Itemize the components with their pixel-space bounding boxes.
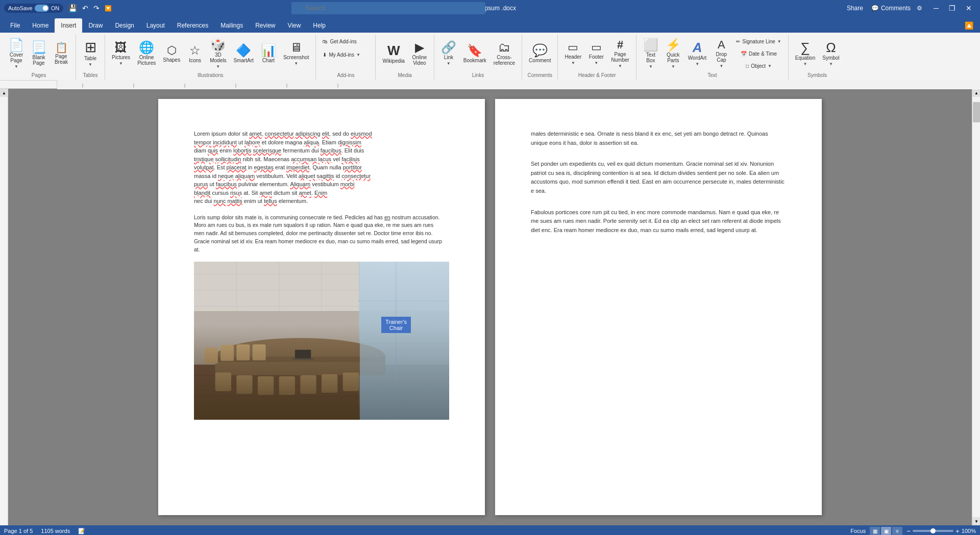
- chart-button[interactable]: 📊 Chart: [258, 36, 279, 71]
- word-scelerisque: scelerisque: [253, 147, 282, 154]
- redo-button[interactable]: ↷: [91, 3, 102, 13]
- proofing-icon: 📝: [78, 528, 85, 534]
- table-button[interactable]: ⊞ Table ▼: [80, 36, 101, 71]
- text-box-button[interactable]: ⬜ TextBox ▼: [641, 36, 661, 71]
- zoom-out-button[interactable]: −: [906, 527, 911, 535]
- undo-button[interactable]: ↶: [80, 3, 90, 13]
- minimize-button[interactable]: ─: [929, 1, 943, 15]
- search-input[interactable]: [291, 2, 485, 14]
- word-volutpat: volutpat: [194, 164, 214, 170]
- signature-line-icon: ✏: [736, 39, 740, 44]
- object-arrow: ▼: [768, 64, 772, 68]
- drop-cap-button[interactable]: A DropCap ▼: [711, 36, 731, 71]
- page-break-button[interactable]: 📋 PageBreak: [51, 36, 71, 71]
- scroll-thumb[interactable]: [973, 102, 980, 122]
- quick-parts-button[interactable]: ⚡ QuickParts ▼: [663, 36, 683, 71]
- ruler-left: [0, 81, 57, 88]
- read-mode-button[interactable]: ≡: [892, 527, 902, 535]
- tab-mailings[interactable]: Mailings: [214, 18, 249, 33]
- ribbon-group-header-footer: ▭ Header ▼ ▭ Footer ▼ # PageNumber ▼ Hea…: [558, 35, 636, 80]
- word-aliquet: aliquet: [299, 173, 315, 179]
- close-button[interactable]: ✕: [962, 1, 976, 15]
- svg-rect-38: [258, 376, 274, 395]
- online-video-button[interactable]: ▶ OnlineVideo: [409, 36, 430, 71]
- tab-insert[interactable]: Insert: [55, 18, 82, 33]
- autosave-toggle[interactable]: [35, 5, 49, 12]
- tab-home[interactable]: Home: [26, 18, 55, 33]
- date-time-button[interactable]: 📅 Date & Time: [733, 48, 783, 59]
- comment-icon: 💬: [532, 44, 548, 57]
- screenshot-label: Screenshot: [283, 55, 309, 60]
- smartart-button[interactable]: 🔷 SmartArt: [231, 36, 256, 71]
- get-addins-button[interactable]: 🛍 Get Add-ins: [320, 36, 371, 47]
- equation-arrow: ▼: [803, 62, 807, 66]
- tab-draw[interactable]: Draw: [82, 18, 109, 33]
- symbol-label: Symbol: [822, 55, 839, 61]
- body-text-paragraph: Lorem ipsum dolor sit amet, consectetur …: [194, 130, 449, 206]
- zoom-slider[interactable]: [913, 530, 953, 532]
- signature-line-button[interactable]: ✏ Signature Line ▼: [733, 36, 783, 47]
- scroll-up-btn[interactable]: ▲: [0, 89, 8, 97]
- scroll-down-button[interactable]: ▼: [972, 517, 980, 525]
- title-bar-right: Share 💬 Comments ⚙ ─ ❐ ✕: [841, 1, 976, 15]
- ribbon-group-pages-items: 📄 CoverPage ▼ 📃 BlankPage 📋 PageBreak: [6, 36, 71, 71]
- pictures-button[interactable]: 🖼 Pictures ▼: [109, 36, 133, 71]
- comments-button[interactable]: 💬 Comments: [871, 5, 911, 12]
- header-button[interactable]: ▭ Header ▼: [562, 36, 584, 71]
- svg-rect-37: [236, 375, 252, 394]
- shapes-button[interactable]: ⬡ Shapes: [160, 36, 183, 71]
- svg-rect-17: [194, 365, 449, 420]
- signature-line-label: Signature Line: [742, 39, 775, 44]
- online-pictures-button[interactable]: 🌐 OnlinePictures: [135, 36, 158, 71]
- collapse-ribbon-button[interactable]: 🔼: [962, 18, 976, 33]
- ribbon-group-pages: 📄 CoverPage ▼ 📃 BlankPage 📋 PageBreak Pa…: [2, 35, 76, 80]
- tab-help[interactable]: Help: [307, 18, 332, 33]
- tab-view[interactable]: View: [282, 18, 307, 33]
- equation-button[interactable]: ∑ Equation ▼: [793, 36, 818, 71]
- 3d-models-button[interactable]: 🎲 3DModels ▼: [207, 36, 229, 71]
- web-layout-button[interactable]: ▣: [881, 527, 891, 535]
- cross-reference-button[interactable]: 🗂 Cross-reference: [491, 36, 518, 71]
- options-button[interactable]: ⚙: [913, 1, 927, 15]
- blank-page-button[interactable]: 📃 BlankPage: [29, 36, 49, 71]
- wikipedia-label: Wikipedia: [382, 58, 404, 64]
- save-button[interactable]: 💾: [66, 3, 79, 13]
- word-accumsan: accumsan: [291, 156, 316, 162]
- link-icon: 🔗: [441, 41, 456, 54]
- footer-icon: ▭: [591, 42, 602, 53]
- tab-layout[interactable]: Layout: [140, 18, 171, 33]
- scroll-up-button[interactable]: ▲: [972, 89, 980, 97]
- bookmark-button[interactable]: 🔖 Bookmark: [461, 36, 489, 71]
- tab-review[interactable]: Review: [249, 18, 281, 33]
- wikipedia-button[interactable]: W Wikipedia: [380, 36, 407, 71]
- tables-group-label: Tables: [83, 71, 98, 79]
- page-number-button[interactable]: # PageNumber ▼: [608, 36, 632, 71]
- tab-file[interactable]: File: [4, 18, 26, 33]
- cover-page-arrow: ▼: [14, 64, 18, 69]
- screenshot-button[interactable]: 🖥 Screenshot ▼: [281, 36, 312, 71]
- comments-group-label: Comments: [528, 71, 552, 79]
- object-button[interactable]: □ Object ▼: [733, 60, 783, 71]
- online-pictures-icon: 🌐: [139, 41, 154, 54]
- cover-page-button[interactable]: 📄 CoverPage ▼: [6, 36, 27, 71]
- icons-button[interactable]: ☆ Icons: [185, 36, 205, 71]
- cover-page-label: CoverPage: [10, 52, 23, 63]
- footer-button[interactable]: ▭ Footer ▼: [586, 36, 606, 71]
- print-layout-button[interactable]: ▦: [870, 527, 880, 535]
- symbol-button[interactable]: Ω Symbol ▼: [820, 36, 842, 71]
- tab-references[interactable]: References: [171, 18, 214, 33]
- my-addins-button[interactable]: ⬇ My Add-ins ▼: [320, 49, 371, 60]
- customize-button[interactable]: 🔽: [103, 4, 114, 13]
- share-button[interactable]: Share: [841, 3, 869, 14]
- wordart-button[interactable]: A WordArt ▼: [685, 36, 709, 71]
- restore-button[interactable]: ❐: [945, 1, 960, 15]
- status-bar-right: Focus ▦ ▣ ≡ − + 100%: [850, 527, 976, 535]
- tab-design[interactable]: Design: [109, 18, 140, 33]
- link-button[interactable]: 🔗 Link ▼: [438, 36, 459, 71]
- blank-page-label: BlankPage: [32, 55, 45, 66]
- zoom-in-button[interactable]: +: [955, 527, 960, 535]
- conference-room-image: Trainer'sChair: [194, 262, 449, 420]
- ribbon-group-addins: 🛍 Get Add-ins ⬇ My Add-ins ▼ Add-ins: [316, 35, 376, 80]
- ribbon-group-tables-items: ⊞ Table ▼: [80, 36, 101, 71]
- comment-button[interactable]: 💬 Comment: [526, 36, 553, 71]
